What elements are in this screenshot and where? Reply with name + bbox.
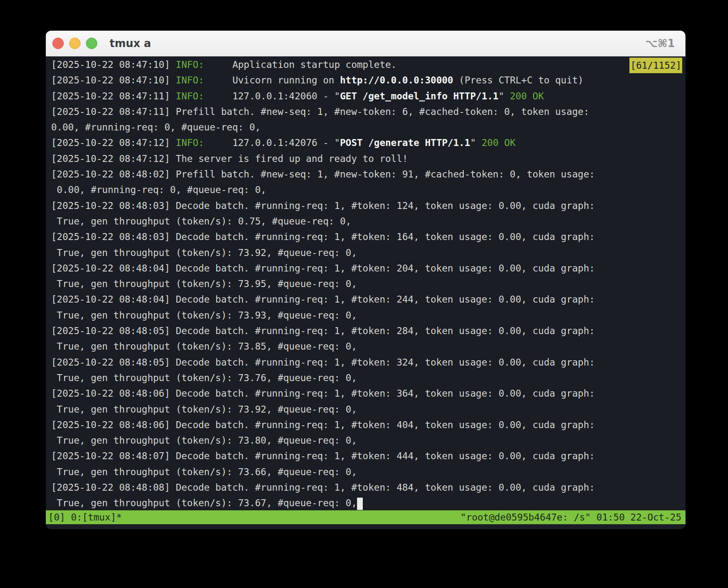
log-line: [2025-10-22 08:48:08] Decode batch. #run… <box>51 480 682 495</box>
log-line: [2025-10-22 08:47:11] INFO: 127.0.0.1:42… <box>51 88 682 104</box>
traffic-lights <box>52 38 97 49</box>
log-line: [2025-10-22 08:47:12] INFO: 127.0.0.1:42… <box>51 135 682 150</box>
minimize-button[interactable] <box>69 38 81 49</box>
log-line: [2025-10-22 08:47:12] The server is fire… <box>51 151 682 166</box>
log-line: [2025-10-22 08:48:03] Decode batch. #run… <box>51 198 682 213</box>
log-line: [2025-10-22 08:48:06] Decode batch. #run… <box>51 417 682 433</box>
log-line: [2025-10-22 08:48:04] Decode batch. #run… <box>51 260 682 276</box>
tmux-status-bar: [0] 0:[tmux]* "root@de0595b4647e: /s" 01… <box>46 510 685 524</box>
log-line: 0.00, #running-req: 0, #queue-req: 0, <box>51 119 682 135</box>
terminal-output[interactable]: [2025-10-22 08:47:10] INFO: Application … <box>46 56 685 510</box>
log-line: [2025-10-22 08:48:04] Decode batch. #run… <box>51 292 682 307</box>
log-line: True, gen throughput (token/s): 73.80, #… <box>51 433 682 448</box>
log-line: True, gen throughput (token/s): 73.92, #… <box>51 402 682 417</box>
log-line: [2025-10-22 08:48:03] Decode batch. #run… <box>51 229 682 245</box>
log-line: True, gen throughput (token/s): 0.75, #q… <box>51 213 682 229</box>
log-line: True, gen throughput (token/s): 73.93, #… <box>51 307 682 323</box>
tmux-host-clock-info: "root@de0595b4647e: /s" 01:50 22-Oct-25 <box>461 512 681 523</box>
log-line: [2025-10-22 08:48:05] Decode batch. #run… <box>51 355 682 370</box>
log-line: [2025-10-22 08:47:10] INFO: Application … <box>51 57 682 72</box>
window-title: tmux a <box>110 37 151 49</box>
log-line: 0.00, #running-req: 0, #queue-req: 0, <box>51 182 682 197</box>
log-line: True, gen throughput (token/s): 73.66, #… <box>51 464 682 480</box>
terminal-cursor <box>357 498 363 510</box>
log-line: [2025-10-22 08:48:06] Decode batch. #run… <box>51 386 682 401</box>
window-bottom-edge <box>46 524 685 529</box>
log-line: [2025-10-22 08:48:07] Decode batch. #run… <box>51 448 682 464</box>
terminal-window: tmux a ⌥⌘1 [2025-10-22 08:47:10] INFO: A… <box>46 31 685 529</box>
maximize-button[interactable] <box>86 38 97 49</box>
window-titlebar[interactable]: tmux a ⌥⌘1 <box>46 31 685 56</box>
log-line: True, gen throughput (token/s): 73.85, #… <box>51 339 682 354</box>
close-button[interactable] <box>52 38 64 49</box>
desktop: tmux a ⌥⌘1 [2025-10-22 08:47:10] INFO: A… <box>0 0 728 588</box>
log-line: True, gen throughput (token/s): 73.92, #… <box>51 245 682 260</box>
tmux-session-window-list[interactable]: [0] 0:[tmux]* <box>48 512 122 523</box>
log-line: True, gen throughput (token/s): 73.95, #… <box>51 276 682 292</box>
log-line: [2025-10-22 08:47:10] INFO: Uvicorn runn… <box>51 72 682 88</box>
keyboard-shortcut-hint: ⌥⌘1 <box>645 37 675 49</box>
log-line: [2025-10-22 08:48:05] Decode batch. #run… <box>51 323 682 339</box>
log-line: True, gen throughput (token/s): 73.76, #… <box>51 370 682 386</box>
copy-mode-position-badge: [61/1152] <box>629 58 682 73</box>
log-line: True, gen throughput (token/s): 73.67, #… <box>51 495 682 510</box>
log-line: [2025-10-22 08:48:02] Prefill batch. #ne… <box>51 166 682 182</box>
log-line: [2025-10-22 08:47:11] Prefill batch. #ne… <box>51 104 682 119</box>
